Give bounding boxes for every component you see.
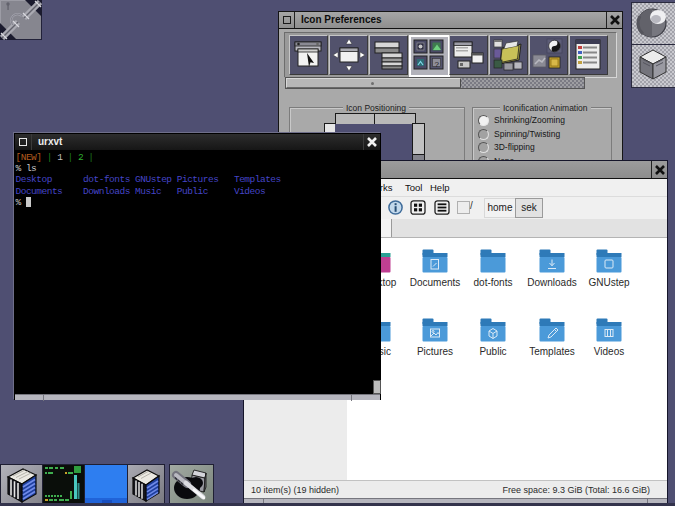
svg-text:?: ? [435, 60, 440, 69]
